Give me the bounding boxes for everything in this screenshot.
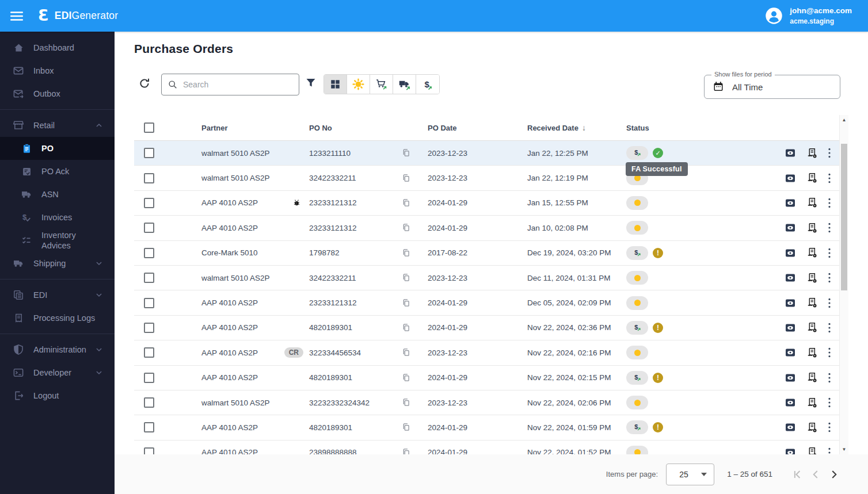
row-checkbox[interactable] xyxy=(144,298,154,308)
preview-eye-icon[interactable] xyxy=(785,347,796,358)
row-checkbox[interactable] xyxy=(144,173,154,183)
table-row[interactable]: AAP 4010 AS2P232331213122024-01-29Jan 10… xyxy=(134,216,848,240)
sidebar-item-po-ack[interactable]: PO Ack xyxy=(0,160,115,183)
column-header-status[interactable]: Status xyxy=(626,124,736,132)
preview-eye-icon[interactable] xyxy=(785,397,796,408)
row-menu-kebab-icon[interactable] xyxy=(828,322,831,334)
row-checkbox[interactable] xyxy=(144,223,154,233)
column-header-po-date[interactable]: PO Date xyxy=(428,124,527,132)
table-row[interactable]: AAP 4010 AS2PCR3223344565342023-12-23Nov… xyxy=(134,340,848,365)
receipt-gear-icon[interactable] xyxy=(806,222,818,234)
copy-icon[interactable] xyxy=(401,347,412,358)
preview-eye-icon[interactable] xyxy=(785,222,796,233)
column-header-partner[interactable]: Partner xyxy=(201,124,309,132)
receipt-gear-icon[interactable] xyxy=(806,397,818,409)
preview-eye-icon[interactable] xyxy=(785,272,796,284)
copy-icon[interactable] xyxy=(401,198,412,208)
row-checkbox[interactable] xyxy=(144,373,154,383)
preview-eye-icon[interactable] xyxy=(785,297,796,309)
view-button-truck-export[interactable] xyxy=(393,75,416,94)
row-checkbox[interactable] xyxy=(144,323,154,333)
receipt-gear-icon[interactable] xyxy=(806,197,818,209)
search-input[interactable] xyxy=(183,80,293,89)
sidebar-item-po[interactable]: PO xyxy=(0,137,115,160)
row-menu-kebab-icon[interactable] xyxy=(828,197,831,209)
receipt-gear-icon[interactable] xyxy=(806,321,818,334)
row-checkbox[interactable] xyxy=(144,397,154,408)
copy-icon[interactable] xyxy=(401,223,412,233)
receipt-gear-icon[interactable] xyxy=(806,372,818,384)
items-per-page-select[interactable]: 25 xyxy=(666,464,714,485)
column-header-received-date[interactable]: Received Date ↓ xyxy=(527,123,626,132)
copy-icon[interactable] xyxy=(401,447,412,454)
preview-eye-icon[interactable] xyxy=(785,197,796,209)
row-checkbox[interactable] xyxy=(144,273,154,283)
scroll-down-icon[interactable]: ▼ xyxy=(840,447,848,452)
preview-eye-icon[interactable] xyxy=(785,447,796,454)
row-menu-kebab-icon[interactable] xyxy=(828,173,831,184)
row-menu-kebab-icon[interactable] xyxy=(828,347,831,358)
sidebar-item-inbox[interactable]: Inbox xyxy=(0,59,115,82)
table-row[interactable]: walmart 5010 AS2P324223322112023-12-23De… xyxy=(134,266,848,290)
scrollbar-thumb[interactable] xyxy=(841,144,847,290)
select-all-checkbox[interactable] xyxy=(144,122,154,133)
scroll-up-icon[interactable]: ▲ xyxy=(840,117,848,122)
receipt-gear-icon[interactable] xyxy=(806,347,818,359)
row-menu-kebab-icon[interactable] xyxy=(828,147,831,159)
previous-page-button[interactable] xyxy=(808,467,823,482)
row-menu-kebab-icon[interactable] xyxy=(828,222,831,233)
table-row[interactable]: AAP 4010 AS2P232331213122024-01-29Dec 05… xyxy=(134,290,848,315)
row-menu-kebab-icon[interactable] xyxy=(828,397,831,408)
view-button-grid-view[interactable] xyxy=(324,75,347,94)
preview-eye-icon[interactable] xyxy=(785,173,796,184)
receipt-gear-icon[interactable] xyxy=(806,172,818,184)
period-filter[interactable]: Show files for period All Time xyxy=(704,75,840,99)
table-row[interactable]: AAP 4010 AS2P48201893012024-01-29Nov 22,… xyxy=(134,316,848,340)
sidebar-item-edi[interactable]: EDI xyxy=(0,284,115,307)
user-menu[interactable]: john@acme.com acme.staging xyxy=(765,6,852,25)
sidebar-item-processing-logs[interactable]: Processing Logs xyxy=(0,307,115,330)
view-button-sun[interactable] xyxy=(347,75,370,94)
table-row[interactable]: walmart 5010 AS2P12332111102023-12-23Jan… xyxy=(134,141,848,166)
sidebar-item-retail[interactable]: Retail xyxy=(0,114,115,137)
sidebar-item-dashboard[interactable]: Dashboard xyxy=(0,36,115,59)
copy-icon[interactable] xyxy=(401,273,412,283)
sidebar-item-administration[interactable]: Administration xyxy=(0,338,115,361)
copy-icon[interactable] xyxy=(401,373,412,383)
next-page-button[interactable] xyxy=(827,467,842,482)
sidebar-item-asn[interactable]: ASN xyxy=(0,183,115,206)
copy-icon[interactable] xyxy=(401,248,412,258)
sidebar-item-invoices[interactable]: $Invoices xyxy=(0,206,115,229)
copy-icon[interactable] xyxy=(401,298,412,308)
table-row[interactable]: walmart 5010 AS2P324223322112023-12-23Ja… xyxy=(134,166,848,190)
sidebar-item-inventory-advices[interactable]: Inventory Advices xyxy=(0,229,115,252)
table-row[interactable]: AAP 4010 AS2P238988888882024-01-29Nov 22… xyxy=(134,441,848,454)
copy-icon[interactable] xyxy=(401,323,412,333)
receipt-gear-icon[interactable] xyxy=(806,297,818,309)
row-checkbox[interactable] xyxy=(144,447,154,454)
copy-icon[interactable] xyxy=(401,148,412,158)
refresh-button[interactable] xyxy=(138,77,151,90)
receipt-gear-icon[interactable] xyxy=(806,272,818,284)
filter-icon[interactable] xyxy=(305,77,317,89)
view-button-dollar-export[interactable]: $ xyxy=(416,75,439,94)
receipt-gear-icon[interactable] xyxy=(806,147,818,159)
row-checkbox[interactable] xyxy=(144,198,154,208)
preview-eye-icon[interactable] xyxy=(785,247,796,259)
table-row[interactable]: AAP 4010 AS2P48201893012024-01-29Nov 22,… xyxy=(134,366,848,390)
preview-eye-icon[interactable] xyxy=(785,372,796,384)
preview-eye-icon[interactable] xyxy=(785,147,796,159)
view-button-cart-export[interactable] xyxy=(370,75,393,94)
preview-eye-icon[interactable] xyxy=(785,422,796,433)
first-page-button[interactable] xyxy=(790,467,805,482)
row-menu-kebab-icon[interactable] xyxy=(828,372,831,384)
receipt-gear-icon[interactable] xyxy=(806,247,818,259)
row-menu-kebab-icon[interactable] xyxy=(828,447,831,454)
copy-icon[interactable] xyxy=(401,422,412,432)
table-row[interactable]: walmart 5010 AS2P322323323243422023-12-2… xyxy=(134,390,848,415)
preview-eye-icon[interactable] xyxy=(785,322,796,334)
row-menu-kebab-icon[interactable] xyxy=(828,297,831,309)
row-menu-kebab-icon[interactable] xyxy=(828,272,831,284)
sidebar-item-developer[interactable]: Developer xyxy=(0,361,115,384)
copy-icon[interactable] xyxy=(401,173,412,183)
